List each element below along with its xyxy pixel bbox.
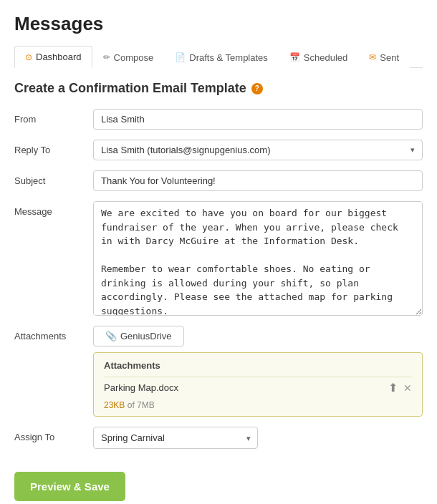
from-row: From — [14, 109, 423, 130]
chevron-down-icon: ▾ — [410, 145, 415, 155]
from-input[interactable] — [93, 109, 423, 130]
attachments-box: Attachments Parking Map.docx ⬆ ✕ 23KB of… — [93, 352, 423, 417]
from-label: From — [14, 109, 93, 125]
reply-to-row: Reply To Lisa Smith (tutorials@signupgen… — [14, 140, 423, 160]
tab-drafts-label: Drafts & Templates — [189, 52, 268, 63]
preview-save-button[interactable]: Preview & Save — [14, 472, 125, 501]
subject-row: Subject — [14, 170, 423, 191]
genius-drive-label: GeniusDrive — [120, 331, 172, 341]
tab-drafts[interactable]: 📄 Drafts & Templates — [164, 46, 279, 68]
tab-bar: ⊙ Dashboard ✏ Compose 📄 Drafts & Templat… — [14, 45, 423, 68]
attachment-actions: ⬆ ✕ — [388, 381, 412, 394]
sent-icon: ✉ — [369, 52, 376, 62]
attachment-item: Parking Map.docx ⬆ ✕ — [104, 377, 412, 397]
tab-compose[interactable]: ✏ Compose — [92, 46, 165, 68]
tab-compose-label: Compose — [114, 52, 154, 63]
section-title: Create a Confirmation Email Template ? — [14, 81, 423, 96]
scheduled-icon: 📅 — [289, 52, 300, 62]
tab-scheduled-label: Scheduled — [304, 52, 347, 63]
reply-to-select[interactable]: Lisa Smith (tutorials@signupgenius.com) … — [93, 140, 423, 160]
message-row: Message We are excited to have you on bo… — [14, 201, 423, 316]
assign-to-row: Assign To Spring Carnival Fall Festival … — [14, 427, 423, 449]
reply-to-value: Lisa Smith (tutorials@signupgenius.com) — [101, 145, 270, 155]
tab-sent-label: Sent — [380, 52, 399, 63]
reply-to-label: Reply To — [14, 140, 93, 155]
remove-icon[interactable]: ✕ — [403, 382, 412, 394]
tab-dashboard-label: Dashboard — [36, 52, 82, 62]
drafts-icon: 📄 — [175, 52, 186, 62]
attachments-row: Attachments 📎 GeniusDrive Attachments Pa… — [14, 326, 423, 417]
assign-to-select[interactable]: Spring Carnival Fall Festival Winter Gal… — [93, 427, 258, 449]
message-textarea[interactable]: We are excited to have you on board for … — [93, 201, 423, 316]
dashboard-icon: ⊙ — [25, 52, 32, 62]
tab-dashboard[interactable]: ⊙ Dashboard — [14, 46, 92, 68]
assign-to-label: Assign To — [14, 427, 93, 442]
compose-icon: ✏ — [103, 52, 110, 62]
subject-input[interactable] — [93, 170, 423, 191]
attachment-size: 23KB of 7MB — [104, 400, 412, 410]
help-icon[interactable]: ? — [251, 83, 263, 94]
attachments-panel: 📎 GeniusDrive Attachments Parking Map.do… — [93, 326, 423, 417]
upload-icon[interactable]: ⬆ — [388, 381, 398, 394]
page-title: Messages — [14, 13, 423, 35]
attachment-filename: Parking Map.docx — [104, 382, 178, 393]
attachments-box-title: Attachments — [104, 360, 412, 371]
message-label: Message — [14, 201, 93, 217]
reply-to-select-wrapper: Lisa Smith (tutorials@signupgenius.com) … — [93, 140, 423, 160]
tab-sent[interactable]: ✉ Sent — [358, 46, 410, 68]
subject-label: Subject — [14, 170, 93, 186]
assign-to-select-wrapper: Spring Carnival Fall Festival Winter Gal… — [93, 427, 258, 449]
genius-drive-button[interactable]: 📎 GeniusDrive — [93, 326, 184, 346]
paperclip-icon: 📎 — [105, 331, 117, 341]
tab-scheduled[interactable]: 📅 Scheduled — [279, 46, 358, 68]
attachments-label: Attachments — [14, 326, 93, 341]
